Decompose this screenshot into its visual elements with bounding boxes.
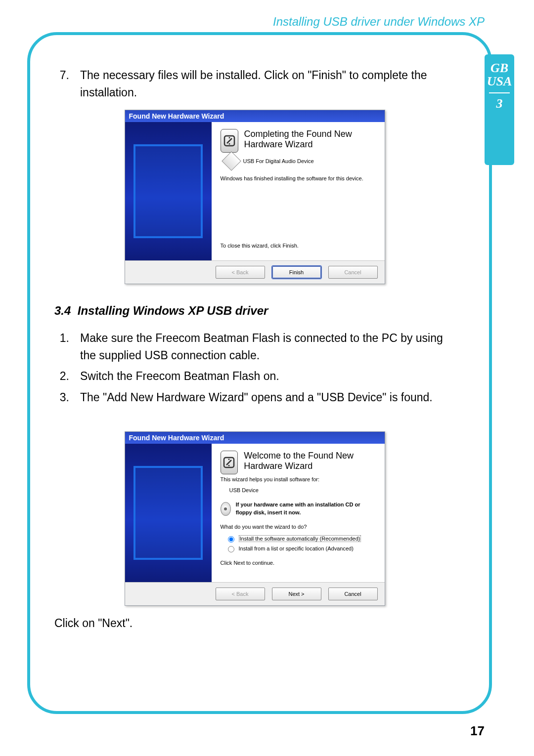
wizard-finish-title: Found New Hardware Wizard	[125, 110, 385, 122]
wizard-finish-heading: Completing the Found New Hardware Wizard	[244, 129, 377, 149]
side-tab-line1: GB	[490, 61, 508, 75]
wizard-welcome-question: What do you want the wizard to do?	[221, 523, 377, 531]
wizard-finish-status: Windows has finished installing the soft…	[221, 175, 377, 182]
wizard-welcome-device: USB Device	[229, 487, 377, 494]
radio-option-advanced[interactable]: Install from a list or specific location…	[225, 545, 377, 552]
side-tab-line2: USA	[487, 74, 512, 88]
wizard-welcome-dialog: Found New Hardware Wizard Welcome to the…	[125, 431, 385, 606]
wizard-finish-dialog: Found New Hardware Wizard Completing the…	[125, 110, 385, 284]
wizard-sidebar-graphic	[125, 122, 212, 260]
wizard-welcome-title: Found New Hardware Wizard	[125, 432, 385, 444]
finish-button[interactable]: Finish	[272, 266, 321, 279]
side-tab: GB USA 3	[485, 54, 514, 165]
step-1-number: 1.	[54, 330, 69, 364]
content: 7. The necessary files will be installed…	[54, 67, 455, 632]
step-7: 7. The necessary files will be installed…	[54, 67, 455, 101]
back-button[interactable]: < Back	[216, 266, 265, 279]
wizard-welcome-cd-hint: If your hardware came with an installati…	[236, 501, 377, 516]
radio-auto[interactable]	[228, 536, 234, 543]
cd-icon	[221, 502, 231, 516]
step-2-text: Switch the Freecom Beatman Flash on.	[80, 368, 279, 385]
wizard-finish-device: USB For Digital Audio Device	[243, 158, 314, 164]
step-2: 2. Switch the Freecom Beatman Flash on.	[54, 368, 455, 385]
step-1-text: Make sure the Freecom Beatman Flash is c…	[80, 330, 455, 364]
radio-option-auto[interactable]: Install the software automatically (Reco…	[225, 535, 377, 543]
step-3-number: 3.	[54, 389, 69, 406]
diamond-icon	[222, 152, 241, 171]
step-3-text: The "Add New Hardware Wizard" opens and …	[80, 389, 433, 406]
wizard-finish-sidebar	[125, 122, 212, 260]
wizard-welcome-sidebar	[125, 444, 212, 582]
subsection-heading: 3.4 Installing Windows XP USB driver	[54, 304, 455, 318]
page-header-title: Installing USB driver under Windows XP	[30, 15, 485, 29]
back-button[interactable]: < Back	[216, 588, 265, 600]
wizard-finish-buttons: < Back Finish Cancel	[125, 260, 385, 284]
device-icon	[221, 129, 238, 153]
wizard-finish-close-hint: To close this wizard, click Finish.	[221, 242, 377, 250]
wizard-sidebar-graphic	[125, 444, 212, 582]
page-number: 17	[470, 723, 485, 739]
radio-advanced[interactable]	[228, 546, 234, 552]
step-7-text: The necessary files will be installed. C…	[80, 67, 455, 101]
cancel-button[interactable]: Cancel	[328, 266, 378, 279]
wizard-welcome-buttons: < Back Next > Cancel	[125, 582, 385, 605]
next-button[interactable]: Next >	[272, 588, 321, 600]
wizard-welcome-heading: Welcome to the Found New Hardware Wizard	[244, 451, 376, 471]
step-3: 3. The "Add New Hardware Wizard" opens a…	[54, 389, 455, 406]
wizard-welcome-continue-hint: Click Next to continue.	[221, 559, 377, 567]
step-1: 1. Make sure the Freecom Beatman Flash i…	[54, 330, 455, 364]
side-tab-section-number: 3	[496, 96, 503, 111]
page: Installing USB driver under Windows XP G…	[0, 0, 534, 756]
step-2-number: 2.	[54, 368, 69, 385]
wizard-welcome-intro: This wizard helps you install software f…	[221, 476, 377, 483]
after-wizard-text: Click on "Next".	[54, 615, 455, 632]
side-tab-rule	[489, 92, 510, 93]
cancel-button[interactable]: Cancel	[328, 588, 378, 600]
device-icon	[221, 451, 238, 474]
step-7-number: 7.	[54, 67, 69, 101]
